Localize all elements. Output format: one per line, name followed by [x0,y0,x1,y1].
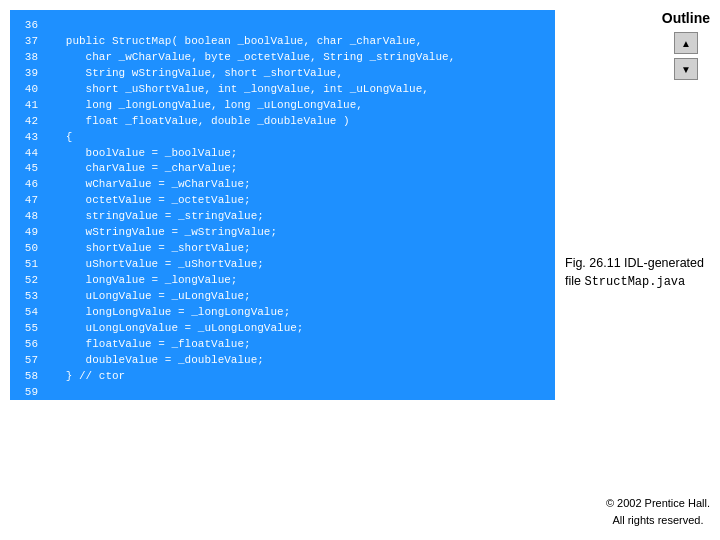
table-row: 45 charValue = _charValue; [16,161,549,177]
table-row: 42 float _floatValue, double _doubleValu… [16,114,549,130]
line-number: 49 [16,225,38,241]
table-row: 55 uLongLongValue = _uLongLongValue; [16,321,549,337]
line-code: public StructMap( boolean _boolValue, ch… [46,34,422,50]
line-number: 54 [16,305,38,321]
table-row: 53 uLongValue = _uLongValue; [16,289,549,305]
outline-up-button[interactable]: ▲ [674,32,698,54]
table-row: 49 wStringValue = _wStringValue; [16,225,549,241]
line-number: 57 [16,353,38,369]
line-code: octetValue = _octetValue; [46,193,251,209]
line-number: 52 [16,273,38,289]
line-code: uShortValue = _uShortValue; [46,257,264,273]
line-code: longLongValue = _longLongValue; [46,305,290,321]
table-row: 47 octetValue = _octetValue; [16,193,549,209]
table-row: 36 [16,18,549,34]
line-code: doubleValue = _doubleValue; [46,353,264,369]
line-code: } // ctor [46,369,125,385]
line-number: 55 [16,321,38,337]
table-row: 57 doubleValue = _doubleValue; [16,353,549,369]
line-code: uLongLongValue = _uLongLongValue; [46,321,303,337]
outline-down-button[interactable]: ▼ [674,58,698,80]
line-number: 48 [16,209,38,225]
line-code: { [46,130,72,146]
line-number: 53 [16,289,38,305]
table-row: 43 { [16,130,549,146]
line-number: 42 [16,114,38,130]
table-row: 59 [16,385,549,400]
line-code: stringValue = _stringValue; [46,209,264,225]
line-number: 50 [16,241,38,257]
copyright: © 2002 Prentice Hall. All rights reserve… [606,495,710,528]
table-row: 51 uShortValue = _uShortValue; [16,257,549,273]
table-row: 52 longValue = _longValue; [16,273,549,289]
line-number: 46 [16,177,38,193]
code-panel: 3637 public StructMap( boolean _boolValu… [10,10,555,400]
fig-caption-filename: StructMap.java [584,275,685,289]
line-code: short _uShortValue, int _longValue, int … [46,82,429,98]
line-number: 51 [16,257,38,273]
line-code: charValue = _charValue; [46,161,237,177]
table-row: 50 shortValue = _shortValue; [16,241,549,257]
line-code: longValue = _longValue; [46,273,237,289]
table-row: 44 boolValue = _boolValue; [16,146,549,162]
table-row: 37 public StructMap( boolean _boolValue,… [16,34,549,50]
line-code: shortValue = _shortValue; [46,241,251,257]
outline-section: Outline ▲ ▼ [662,10,710,80]
table-row: 40 short _uShortValue, int _longValue, i… [16,82,549,98]
line-number: 43 [16,130,38,146]
line-number: 44 [16,146,38,162]
table-row: 58 } // ctor [16,369,549,385]
line-number: 45 [16,161,38,177]
copyright-line2: All rights reserved. [606,512,710,529]
line-code: char _wCharValue, byte _octetValue, Stri… [46,50,455,66]
line-number: 39 [16,66,38,82]
table-row: 54 longLongValue = _longLongValue; [16,305,549,321]
line-code: long _longLongValue, long _uLongLongValu… [46,98,363,114]
line-code: wCharValue = _wCharValue; [46,177,251,193]
line-code: uLongValue = _uLongValue; [46,289,251,305]
table-row: 48 stringValue = _stringValue; [16,209,549,225]
table-row: 39 String wStringValue, short _shortValu… [16,66,549,82]
table-row: 41 long _longLongValue, long _uLongLongV… [16,98,549,114]
line-code: float _floatValue, double _doubleValue ) [46,114,350,130]
code-content: 3637 public StructMap( boolean _boolValu… [16,18,549,400]
line-number: 41 [16,98,38,114]
line-code: String wStringValue, short _shortValue, [46,66,343,82]
line-number: 58 [16,369,38,385]
line-code: floatValue = _floatValue; [46,337,251,353]
copyright-line1: © 2002 Prentice Hall. [606,495,710,512]
table-row: 38 char _wCharValue, byte _octetValue, S… [16,50,549,66]
table-row: 56 floatValue = _floatValue; [16,337,549,353]
line-number: 38 [16,50,38,66]
line-number: 37 [16,34,38,50]
table-row: 46 wCharValue = _wCharValue; [16,177,549,193]
line-number: 47 [16,193,38,209]
line-number: 59 [16,385,38,400]
line-number: 40 [16,82,38,98]
line-number: 56 [16,337,38,353]
fig-caption: Fig. 26.11 IDL-generated file StructMap.… [565,255,710,290]
outline-label: Outline [662,10,710,26]
line-code: boolValue = _boolValue; [46,146,237,162]
line-number: 36 [16,18,38,34]
line-code: wStringValue = _wStringValue; [46,225,277,241]
